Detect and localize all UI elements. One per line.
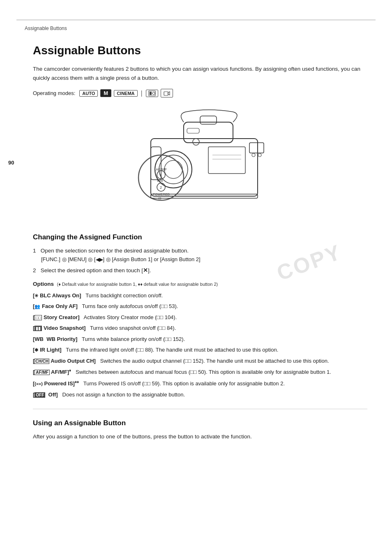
option-face: [👥 Face Only AF] Turns face only autofoc… [33,302,367,310]
option-afmf: [AF/MF AF/MF]♦ Switches between autofocu… [33,367,367,377]
option-ir-desc: Turns the infrared light on/off (□□ 88).… [66,347,278,353]
operating-modes-label: Operating modes: [33,90,75,96]
operating-modes-row: Operating modes: AUTO M CINEMA | [33,89,367,97]
option-ir: [✱ IR Light] Turns the infrared light on… [33,345,367,354]
svg-point-17 [258,153,261,157]
svg-rect-9 [184,122,233,143]
mode-cinema: CINEMA [114,90,137,97]
option-face-key: [👥 Face Only AF] [33,303,78,309]
page-title: Assignable Buttons [33,44,367,57]
step-list: 1 Open the selection screen for the desi… [33,246,367,275]
option-blc-key: [✳ BLC Always On] [33,292,81,299]
main-content: Assignable Buttons The camcorder conveni… [0,32,392,464]
svg-point-2 [152,92,155,95]
svg-rect-1 [150,92,152,95]
option-blc: [✳ BLC Always On] Turns backlight correc… [33,291,367,300]
camera-image-area: AF/MF 1 WB 2 POWERED IS [33,106,367,221]
step-1-number: 1 [33,248,36,254]
svg-rect-3 [164,92,168,95]
option-powered-is: [(«») Powered IS]♦♦ Turns Powered IS on/… [33,379,367,388]
option-face-desc: Turns face only autofocus on/off (□□ 53)… [82,303,178,309]
svg-marker-4 [168,92,170,95]
option-video-snap-desc: Turns video snapshot on/off (□□ 84). [90,325,176,331]
svg-point-8 [164,160,182,178]
section2-title: Using an Assignable Button [33,419,367,427]
svg-text:2: 2 [160,185,162,190]
options-note: (♦ Default value for assignable button 1… [57,282,218,287]
option-wb: [WB WB Priority] Turns white balance pri… [33,335,367,343]
option-wb-key: [WB WB Priority] [33,336,77,342]
page-number: 90 [8,160,14,166]
option-powered-is-desc: Turns Powered IS on/off (□□ 59). This op… [83,380,285,387]
page-container: Assignable Buttons 90 Assignable Buttons… [0,20,392,556]
options-heading-text: Options [33,281,54,287]
svg-rect-11 [249,143,264,153]
step-2: 2 Select the desired option and then tou… [33,266,367,275]
option-afmf-desc: Switches between autofocus and manual fo… [76,369,331,375]
step-2-number: 2 [33,267,36,273]
options-heading: Options (♦ Default value for assignable … [33,281,367,287]
option-off: [OFF Off] Does not assign a function to … [33,390,367,399]
section1-title: Changing the Assigned Function [33,233,367,241]
option-audio-desc: Switches the audio output channel (□□ 15… [100,358,329,364]
section-using: Using an Assignable Button After you ass… [33,419,367,441]
option-powered-is-key: [(«») Powered IS]♦♦ [33,380,79,387]
mode-separator: | [141,90,143,97]
camera-illustration: AF/MF 1 WB 2 POWERED IS [93,106,307,221]
option-afmf-key: [AF/MF AF/MF]♦ [33,369,71,375]
section-changing: Changing the Assigned Function 1 Open th… [33,233,367,399]
option-video-snap-key: [▮▮ Video Snapshot] [33,325,85,331]
option-audio-key: [CH/CH Audio Output CH] [33,358,96,364]
option-ir-key: [✱ IR Light] [33,347,62,353]
svg-point-28 [193,139,199,145]
svg-rect-12 [208,147,245,174]
option-video-snap: [▮▮ Video Snapshot] Turns video snapshot… [33,324,367,332]
svg-rect-10 [200,116,217,124]
section-divider [33,409,367,409]
option-story-desc: Activates Story Creator mode (□□ 104). [84,314,177,320]
step-1-sub: [FUNC.] ◎ [MENU] ◎ [◀▶] ◎ [Assign Button… [41,255,367,264]
option-story: [□□ Story Creator] Activates Story Creat… [33,313,367,322]
option-wb-desc: Turns white balance priority on/off (□□ … [82,336,185,342]
svg-rect-29 [187,128,199,133]
intro-text: The camcorder conveniently features 2 bu… [33,65,367,82]
breadcrumb: Assignable Buttons [25,25,67,31]
mode-m: M [100,89,111,97]
svg-text:1: 1 [160,173,162,177]
svg-text:WB: WB [157,178,163,183]
option-blc-desc: Turns backlight correction on/off. [85,292,163,299]
mode-special2 [161,89,173,97]
option-off-key: [OFF Off] [33,392,58,398]
section2-text: After you assign a function to one of th… [33,432,367,441]
svg-rect-5 [151,139,258,196]
step-1: 1 Open the selection screen for the desi… [33,246,367,264]
option-audio: [CH/CH Audio Output CH] Switches the aud… [33,357,367,365]
breadcrumb-area: Assignable Buttons [0,20,392,32]
option-story-key: [□□ Story Creator] [33,314,79,320]
svg-point-16 [252,153,255,157]
mode-special1 [146,90,158,97]
option-off-desc: Does not assign a function to the assign… [62,392,185,398]
mode-auto: AUTO [79,90,98,97]
